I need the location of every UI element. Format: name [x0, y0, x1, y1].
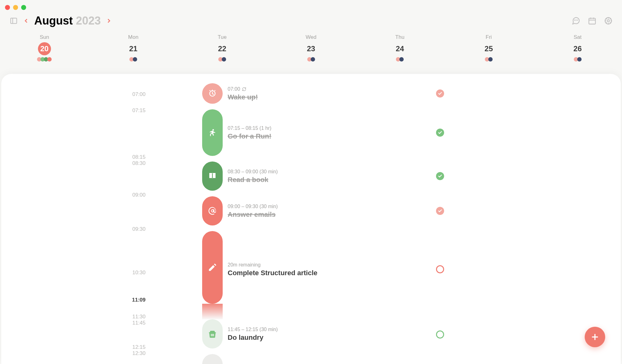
day-number: 26: [571, 42, 584, 55]
task-checkbox-laundry[interactable]: [436, 330, 444, 339]
svg-line-18: [610, 19, 611, 20]
day-panel: 07:0007:1508:1508:3009:0009:3010:3011:09…: [1, 74, 621, 364]
category-dot: [488, 57, 493, 61]
task-title: Read a book: [228, 176, 278, 184]
task-pill-read[interactable]: [202, 162, 223, 191]
day-mon[interactable]: Mon21: [89, 34, 178, 68]
task-meta: 07:00: [228, 86, 258, 92]
day-fri[interactable]: Fri25: [444, 34, 533, 68]
task-pill-next[interactable]: [202, 354, 223, 364]
day-dots: [307, 57, 315, 61]
day-number: 22: [216, 42, 229, 55]
time-label: 10:30: [121, 270, 146, 276]
task-title: Go for a Run!: [228, 132, 272, 140]
task-pill-email[interactable]: [202, 196, 223, 225]
task-email[interactable]: 09:00 – 09:30 (30 min)Answer emails: [228, 204, 278, 219]
time-label: 08:15: [121, 154, 146, 160]
svg-line-16: [610, 22, 611, 23]
day-thu[interactable]: Thu24: [355, 34, 444, 68]
run-icon: [208, 128, 217, 137]
day-label: Fri: [486, 34, 492, 40]
current-time-label: 11:09: [121, 297, 146, 303]
time-label: 07:00: [121, 91, 146, 98]
day-label: Wed: [306, 34, 317, 40]
add-task-button[interactable]: [585, 327, 605, 347]
task-checkbox-read[interactable]: [436, 172, 444, 180]
header: August 2023: [0, 14, 622, 27]
settings-icon[interactable]: [602, 15, 615, 27]
task-checkbox-wake[interactable]: [436, 89, 444, 98]
day-dots: [218, 57, 226, 61]
close-button[interactable]: [5, 5, 10, 10]
sidebar-toggle-icon[interactable]: [7, 15, 20, 27]
day-label: Thu: [395, 34, 404, 40]
svg-rect-0: [11, 18, 17, 23]
category-dot: [133, 57, 137, 61]
day-number: 25: [482, 42, 495, 55]
minimize-button[interactable]: [13, 5, 18, 10]
day-number: 23: [304, 42, 318, 55]
task-title: Complete Structured article: [228, 269, 318, 277]
day-dots: [485, 57, 493, 61]
chat-icon[interactable]: [570, 15, 582, 27]
window-controls: [5, 5, 26, 10]
task-article[interactable]: 20m remainingComplete Structured article: [228, 262, 318, 277]
day-number: 24: [393, 42, 406, 55]
task-pill-wake[interactable]: [202, 83, 223, 104]
week-strip: Sun20Mon21Tue22Wed23Thu24Fri25Sat26: [0, 34, 622, 68]
time-label: 12:15: [121, 344, 146, 350]
task-meta: 08:30 – 09:00 (30 min): [228, 169, 278, 175]
task-wake[interactable]: 07:00Wake up!: [228, 86, 258, 101]
task-meta: 09:00 – 09:30 (30 min): [228, 204, 278, 209]
alarm-icon: [208, 89, 217, 98]
day-label: Tue: [218, 34, 227, 40]
pencil-icon: [208, 263, 217, 272]
day-number: 21: [127, 42, 140, 55]
category-dot: [311, 57, 315, 61]
month-name: August: [34, 14, 73, 27]
maximize-button[interactable]: [21, 5, 26, 10]
svg-line-17: [606, 22, 607, 23]
task-meta: 20m remaining: [228, 262, 318, 268]
next-month-button[interactable]: [103, 15, 115, 27]
task-checkbox-run[interactable]: [436, 129, 444, 137]
day-sun[interactable]: Sun20: [0, 34, 89, 68]
day-sat[interactable]: Sat26: [533, 34, 622, 68]
day-dots: [574, 57, 582, 61]
task-read[interactable]: 08:30 – 09:00 (30 min)Read a book: [228, 169, 278, 184]
time-label: 08:30: [121, 160, 146, 166]
task-pill-article[interactable]: [202, 231, 223, 304]
day-dots: [129, 57, 137, 61]
task-meta: 11:45 – 12:15 (30 min): [228, 327, 278, 332]
svg-rect-5: [589, 18, 596, 24]
task-checkbox-article[interactable]: [436, 265, 444, 273]
day-wed[interactable]: Wed23: [267, 34, 355, 68]
task-laundry[interactable]: 11:45 – 12:15 (30 min)Do laundry: [228, 327, 278, 342]
task-pill-run[interactable]: [202, 109, 223, 156]
svg-line-15: [606, 19, 607, 20]
at-icon: [208, 206, 217, 216]
day-label: Sun: [40, 34, 49, 40]
task-pill-laundry[interactable]: [202, 319, 223, 348]
task-meta: 07:15 – 08:15 (1 hr): [228, 125, 272, 131]
svg-point-9: [607, 20, 610, 22]
prev-month-button[interactable]: [20, 15, 32, 27]
day-dots: [37, 57, 52, 61]
time-label: 09:00: [121, 192, 146, 198]
calendar-icon[interactable]: [586, 15, 598, 27]
day-label: Sat: [573, 34, 582, 40]
task-checkbox-email[interactable]: [436, 207, 444, 215]
book-icon: [208, 171, 217, 181]
task-title: Wake up!: [228, 93, 258, 101]
day-tue[interactable]: Tue22: [178, 34, 267, 68]
category-dot: [47, 57, 52, 61]
category-dot: [399, 57, 404, 61]
day-label: Mon: [128, 34, 138, 40]
task-run[interactable]: 07:15 – 08:15 (1 hr)Go for a Run!: [228, 125, 272, 140]
time-label: 11:30: [121, 314, 146, 320]
month-title: August 2023: [34, 14, 101, 27]
year: 2023: [76, 14, 101, 27]
day-dots: [396, 57, 404, 61]
day-number: 20: [38, 42, 51, 55]
category-dot: [577, 57, 582, 61]
